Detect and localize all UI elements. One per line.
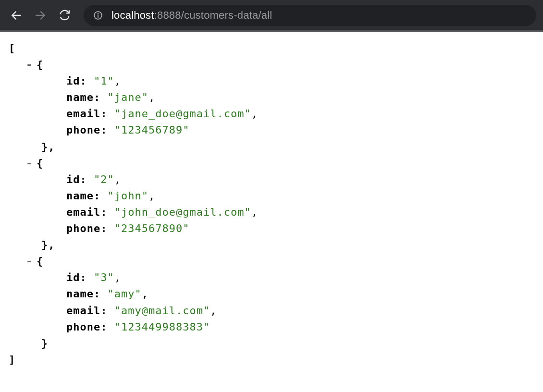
json-key: name: xyxy=(66,288,100,300)
browser-toolbar: localhost:8888/customers-data/all xyxy=(0,0,543,32)
url-host: localhost xyxy=(111,9,154,21)
json-key: email: xyxy=(66,305,107,317)
object-close: } xyxy=(41,337,48,349)
object-open: { xyxy=(37,255,43,267)
object-close: }, xyxy=(41,239,55,251)
reload-icon xyxy=(59,9,71,21)
json-key: id: xyxy=(66,75,87,87)
arrow-right-icon xyxy=(34,9,47,22)
json-value: "jane_doe@gmail.com" xyxy=(114,108,251,120)
object-open: { xyxy=(37,157,43,169)
address-bar[interactable]: localhost:8888/customers-data/all xyxy=(84,5,536,26)
json-viewer: [ -{ id: "1", name: "jane", email: "jane… xyxy=(0,32,543,387)
collapse-toggle[interactable]: - xyxy=(25,155,34,172)
forward-button[interactable] xyxy=(31,6,50,25)
json-value: "john" xyxy=(107,190,148,202)
url-port: :8888 xyxy=(154,9,181,21)
svg-point-4 xyxy=(98,13,99,13)
json-value: "123456789" xyxy=(114,124,190,136)
object-open: { xyxy=(37,59,43,71)
reload-button[interactable] xyxy=(55,6,74,25)
json-value: "john_doe@gmail.com" xyxy=(114,206,251,218)
json-key: phone: xyxy=(66,321,107,333)
json-key: phone: xyxy=(66,124,107,136)
json-value: "amy@mail.com" xyxy=(114,305,210,317)
json-key: name: xyxy=(66,190,100,202)
json-key: id: xyxy=(66,173,87,185)
collapse-toggle[interactable]: - xyxy=(25,253,34,270)
json-value: "jane" xyxy=(107,91,148,103)
json-value: "1" xyxy=(94,75,114,87)
json-value: "234567890" xyxy=(114,222,190,234)
json-value: "amy" xyxy=(107,288,141,300)
json-key: id: xyxy=(66,271,87,283)
json-value: "3" xyxy=(94,271,114,283)
array-open: [ xyxy=(9,42,15,54)
collapse-toggle[interactable]: - xyxy=(25,57,34,73)
json-key: email: xyxy=(66,108,107,120)
json-key: name: xyxy=(66,91,100,103)
json-key: phone: xyxy=(66,222,107,234)
back-button[interactable] xyxy=(7,6,26,25)
object-close: }, xyxy=(41,141,55,153)
json-value: "2" xyxy=(94,173,114,185)
array-close: ] xyxy=(9,354,15,366)
site-info-icon[interactable] xyxy=(93,11,103,20)
url-display: localhost:8888/customers-data/all xyxy=(111,9,272,22)
json-key: email: xyxy=(66,206,107,218)
json-value: "123449988383" xyxy=(114,321,210,333)
arrow-left-icon xyxy=(10,9,23,22)
url-path: /customers-data/all xyxy=(181,9,272,21)
